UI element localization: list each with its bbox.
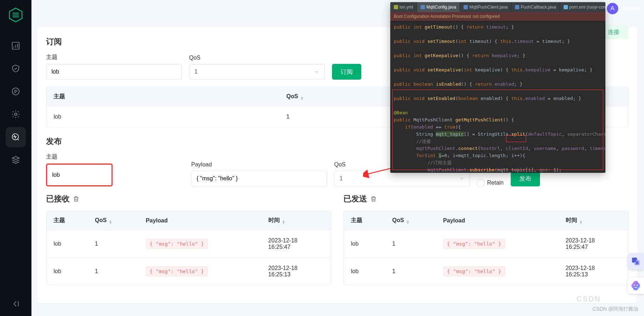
subscribe-qos-value: 1 (194, 69, 198, 75)
table-row: lob 1 { "msg": "hello" } 2023-12-18 16:2… (46, 257, 331, 285)
svg-point-6 (15, 113, 17, 116)
svg-point-13 (634, 285, 635, 286)
editor-tab[interactable]: MqttPushClient.java (460, 2, 511, 12)
nav-security[interactable] (6, 59, 26, 79)
cell-payload: { "msg": "hello" } (139, 230, 261, 257)
cell-payload: { "msg": "hello" } (139, 257, 261, 285)
watermark-csdn: CSDN @阿海打酱油 (593, 306, 638, 312)
sent-th-topic[interactable]: 主题 (344, 211, 385, 230)
trash-icon[interactable] (370, 195, 377, 202)
sent-title: 已发送 (343, 194, 629, 204)
app-logo (7, 6, 24, 24)
editor-tabs: ion.yml MqttConfig.java MqttPushClient.j… (390, 2, 605, 12)
received-th-topic[interactable]: 主题 (46, 211, 88, 230)
float-translate-button[interactable]: 文A (628, 253, 644, 270)
sent-th-time[interactable]: 时间▲▼ (559, 211, 628, 230)
code-content: public int getTimeout() { return timeout… (390, 21, 605, 173)
checkbox-box[interactable] (477, 179, 484, 186)
nav-layers[interactable] (6, 150, 26, 170)
sent-th-payload[interactable]: Payload (436, 211, 559, 230)
received-table: 主题 QoS▲▼ Payload 时间▲▼ lob 1 { "msg": "he… (46, 211, 331, 285)
nav-list[interactable] (6, 81, 26, 101)
cell-qos: 1 (88, 230, 138, 257)
subscribe-qos-label: QoS (189, 55, 325, 61)
cell-payload: { "msg": "hello" } (436, 230, 559, 257)
cell-time: 2023-12-18 16:25:47 (261, 230, 331, 257)
publish-button[interactable]: 发布 (511, 171, 540, 186)
publish-qos-value: 1 (340, 175, 343, 182)
table-row: lob 1 { "msg": "hello" } 2023-12-18 16:2… (344, 257, 628, 285)
cell-time: 2023-12-18 16:25:13 (559, 257, 628, 285)
received-th-qos[interactable]: QoS▲▼ (88, 211, 138, 230)
svg-point-14 (636, 285, 638, 286)
svg-point-7 (12, 134, 18, 140)
subscribe-th-topic[interactable]: 主题 (46, 87, 279, 106)
received-title: 已接收 (46, 194, 331, 204)
cell-topic: lob (344, 230, 385, 257)
retain-label: Retain (487, 180, 504, 186)
cell-payload: { "msg": "hello" } (436, 257, 559, 285)
code-editor-overlay: ion.yml MqttConfig.java MqttPushClient.j… (390, 2, 605, 173)
editor-tab[interactable]: PushCallback.java (511, 2, 560, 12)
editor-tab[interactable]: MqttConfig.java (417, 2, 460, 12)
nav-diagnose[interactable] (6, 127, 26, 147)
cell-topic: lob (344, 257, 385, 285)
cell-qos: 1 (88, 257, 138, 285)
received-th-time[interactable]: 时间▲▼ (261, 211, 331, 230)
cell-time: 2023-12-18 16:25:47 (559, 230, 628, 257)
subscribe-topic-label: 主题 (46, 54, 182, 61)
sent-th-qos[interactable]: QoS▲▼ (385, 211, 436, 230)
watermark-light: CSDN (576, 295, 601, 303)
table-row: lob 1 { "msg": "hello" } 2023-12-18 16:2… (344, 230, 628, 257)
editor-warning-bar: Boot Configuration Annotation Processor … (390, 12, 605, 21)
publish-payload-label: Payload (191, 161, 327, 168)
svg-text:A: A (636, 261, 638, 265)
chevron-down-icon (459, 176, 465, 181)
chevron-down-icon (314, 69, 319, 75)
cell-topic: lob (46, 230, 88, 257)
sidebar (0, 0, 31, 316)
nav-dashboard[interactable] (6, 36, 26, 56)
username-label: admin (623, 5, 639, 12)
sidebar-collapse[interactable] (11, 300, 21, 310)
float-ai-button[interactable] (628, 277, 644, 294)
publish-qos-select[interactable]: 1 (334, 171, 470, 186)
trash-icon[interactable] (73, 195, 80, 202)
publish-payload-input[interactable] (191, 171, 327, 186)
publish-topic-input[interactable] (46, 164, 113, 186)
received-th-payload[interactable]: Payload (139, 211, 261, 230)
editor-tab[interactable]: ion.yml (390, 2, 417, 12)
subscribe-button[interactable]: 订阅 (332, 64, 361, 80)
subscribe-qos-select[interactable]: 1 (189, 64, 325, 80)
nav-settings[interactable] (6, 104, 26, 124)
cell-time: 2023-12-18 16:25:13 (261, 257, 331, 285)
table-row: lob 1 { "msg": "hello" } 2023-12-18 16:2… (46, 230, 331, 257)
subscribe-topic-input[interactable] (46, 64, 182, 80)
avatar[interactable]: A (607, 3, 618, 14)
cell-topic: lob (46, 257, 88, 285)
cell-qos: 1 (385, 257, 436, 285)
editor-tab[interactable]: pom.xml (ruoyi-common) (560, 2, 605, 12)
sent-table: 主题 QoS▲▼ Payload 时间▲▼ lob 1 { "msg": "he… (343, 211, 629, 285)
header-user: A admin (607, 3, 639, 14)
cell-qos: 1 (385, 230, 436, 257)
retain-checkbox[interactable]: Retain (477, 179, 504, 186)
cell-topic: lob (46, 106, 279, 127)
publish-topic-label: 主题 (46, 153, 113, 161)
